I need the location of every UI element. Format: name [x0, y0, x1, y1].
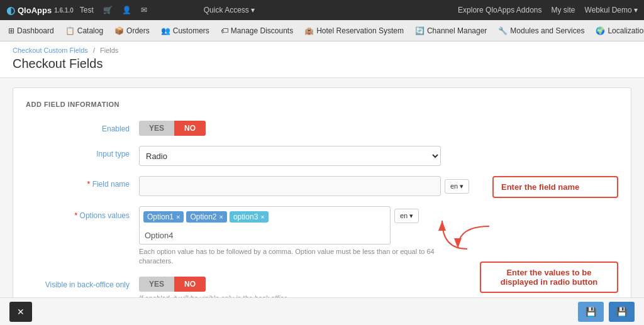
nav-hotel-label: Hotel Reservation System: [316, 26, 404, 35]
form-card: ADD FIELD INFORMATION Enabled YES NO Inp…: [13, 87, 631, 325]
version-label: 1.6.1.0: [54, 7, 74, 14]
tags-input-wrap: Option1 × Option2 × option3 ×: [139, 206, 391, 245]
brand-name: QloApps: [18, 6, 52, 15]
localization-icon: 🌍: [596, 26, 605, 35]
my-site-link[interactable]: My site: [552, 6, 575, 14]
options-values-row: Options values Option1 × Option2 ×: [26, 206, 618, 267]
channel-icon: 🔄: [415, 26, 425, 35]
visible-label: Visible in back-office only: [26, 277, 139, 289]
nav-dashboard[interactable]: ⊞ Dashboard: [3, 24, 59, 38]
input-type-label: Input type: [26, 146, 139, 158]
tag-option2: Option2 ×: [186, 211, 226, 223]
card-title: ADD FIELD INFORMATION: [26, 101, 618, 108]
tag-option1: Option1 ×: [143, 211, 184, 223]
content: ADD FIELD INFORMATION Enabled YES NO Inp…: [0, 78, 644, 325]
modules-icon: 🔧: [498, 26, 508, 35]
callout-field-name-text: Enter the field name: [501, 182, 579, 192]
options-dropdown: [139, 227, 391, 245]
nav-catalog[interactable]: 📋 Catalog: [60, 24, 108, 38]
nav-orders[interactable]: 📦 Orders: [109, 24, 155, 38]
tag-option1-remove[interactable]: ×: [176, 213, 180, 221]
nav-customers-label: Customers: [173, 26, 209, 35]
options-values-control: Option1 × Option2 × option3 ×: [139, 206, 618, 267]
page-title: Checkout Fields: [13, 57, 631, 75]
right-links: Explore QloApps Addons My site Webkul De…: [458, 6, 638, 14]
enabled-toggle: YES NO: [139, 121, 618, 136]
tag-option2-remove[interactable]: ×: [219, 213, 223, 221]
options-tags-row: Option1 × Option2 × option3 ×: [139, 206, 618, 245]
input-type-row: Input type Text Textarea Checkbox Radio …: [26, 146, 618, 166]
save-button[interactable]: 💾: [578, 302, 604, 322]
test-link[interactable]: Test: [80, 6, 94, 14]
nav-orders-label: Orders: [126, 26, 150, 35]
options-text-input[interactable]: [145, 231, 385, 240]
footer-left: ✕: [9, 302, 32, 322]
customers-icon: 👥: [161, 26, 170, 35]
nav-modules[interactable]: 🔧 Modules and Services: [493, 24, 589, 38]
field-name-lang-btn[interactable]: en ▾: [445, 179, 469, 194]
nav-channel[interactable]: 🔄 Channel Manager: [410, 24, 492, 38]
enabled-control: YES NO: [139, 121, 618, 136]
cart-icon[interactable]: 🛒: [103, 6, 113, 14]
callout-field-name: Enter the field name: [492, 176, 618, 198]
enabled-yes-btn[interactable]: YES: [139, 121, 174, 136]
email-icon[interactable]: ✉: [141, 6, 147, 14]
options-lang-btn[interactable]: en ▾: [394, 209, 419, 223]
catalog-icon: 📋: [65, 26, 75, 35]
arrow-options: [430, 218, 480, 255]
breadcrumb-area: Checkout Custom Fields / Fields Checkout…: [0, 41, 644, 78]
delete-button[interactable]: ✕: [9, 302, 32, 322]
save-and-stay-button[interactable]: 💾: [609, 302, 635, 322]
top-links: Test 🛒 👤 ✉: [80, 6, 147, 14]
quick-access-btn[interactable]: Quick Access ▾: [204, 6, 255, 14]
tag-option1-label: Option1: [147, 212, 174, 221]
dashboard-icon: ⊞: [8, 26, 14, 35]
save-icon: 💾: [586, 307, 596, 317]
field-name-input[interactable]: [139, 176, 441, 196]
hotel-icon: 🏨: [304, 26, 314, 35]
options-hint: Each option value has to be followed by …: [139, 247, 441, 267]
webkul-demo-link[interactable]: Webkul Demo ▾: [585, 6, 638, 14]
top-bar: ◐ QloApps 1.6.1.0 Test 🛒 👤 ✉ Quick Acces…: [0, 0, 644, 20]
callout-options-text: Enter the values to be displayed in radi…: [501, 268, 598, 287]
user-icon[interactable]: 👤: [122, 6, 131, 14]
input-type-select[interactable]: Text Textarea Checkbox Radio Select File: [139, 146, 441, 166]
main-nav: ⊞ Dashboard 📋 Catalog 📦 Orders 👥 Custome…: [0, 20, 644, 41]
breadcrumb-parent[interactable]: Checkout Custom Fields: [13, 47, 88, 54]
orders-icon: 📦: [114, 26, 124, 35]
tag-option3-label: option3: [233, 212, 258, 221]
breadcrumb: Checkout Custom Fields / Fields: [13, 47, 631, 54]
nav-catalog-label: Catalog: [77, 26, 103, 35]
page-footer: ✕ 💾 💾: [0, 297, 644, 325]
enabled-no-btn[interactable]: NO: [174, 121, 206, 136]
enabled-label: Enabled: [26, 121, 139, 133]
discounts-icon: 🏷: [221, 26, 228, 35]
nav-discounts-label: Manage Discounts: [231, 26, 293, 35]
delete-icon: ✕: [17, 307, 25, 317]
tag-option3: option3 ×: [230, 211, 269, 223]
nav-localization-label: Localization: [608, 26, 644, 35]
input-type-control: Text Textarea Checkbox Radio Select File: [139, 146, 618, 166]
nav-channel-label: Channel Manager: [427, 26, 487, 35]
logo: ◐ QloApps 1.6.1.0: [6, 4, 74, 16]
nav-modules-label: Modules and Services: [510, 26, 584, 35]
nav-hotel[interactable]: 🏨 Hotel Reservation System: [299, 24, 409, 38]
logo-icon: ◐: [6, 4, 15, 16]
enabled-row: Enabled YES NO: [26, 121, 618, 136]
breadcrumb-current: Fields: [100, 47, 118, 54]
save2-icon: 💾: [616, 307, 627, 317]
tag-option2-label: Option2: [190, 212, 216, 221]
tag-option3-remove[interactable]: ×: [260, 213, 264, 221]
visible-yes-btn[interactable]: YES: [139, 277, 174, 292]
field-name-label: Field name: [26, 176, 139, 189]
tags-container[interactable]: Option1 × Option2 × option3 ×: [139, 206, 391, 228]
nav-discounts[interactable]: 🏷 Manage Discounts: [216, 24, 298, 38]
explore-link[interactable]: Explore QloApps Addons: [458, 6, 541, 14]
footer-right: 💾 💾: [578, 302, 635, 322]
nav-customers[interactable]: 👥 Customers: [156, 24, 214, 38]
callout-options: Enter the values to be displayed in radi…: [480, 262, 618, 293]
nav-dashboard-label: Dashboard: [17, 26, 54, 35]
nav-localization[interactable]: 🌍 Localization: [591, 24, 644, 38]
visible-no-btn[interactable]: NO: [174, 277, 206, 292]
options-values-label: Options values: [26, 206, 139, 220]
